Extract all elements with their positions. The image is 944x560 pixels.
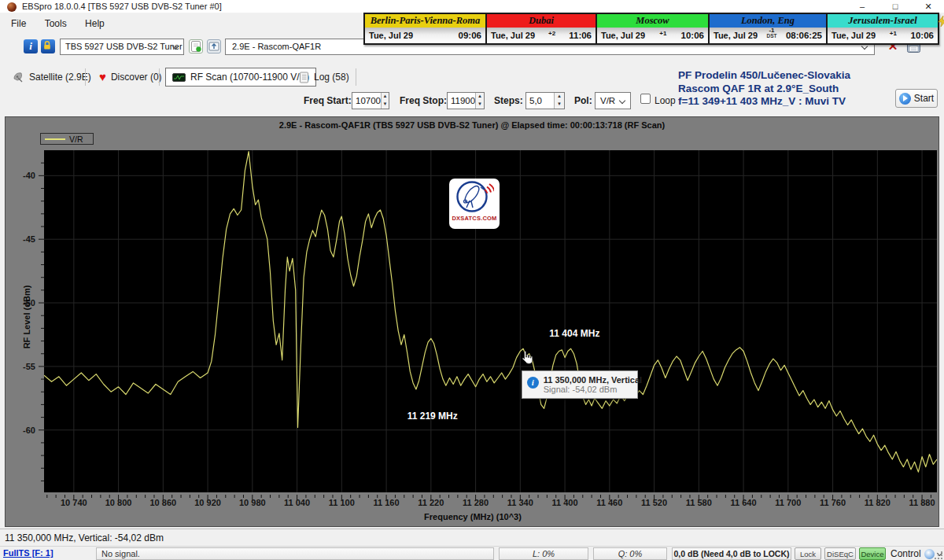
clock-time: 11:06 — [569, 31, 592, 40]
x-tick-label: 10 860 — [150, 498, 177, 507]
clock-date: Tue, Jul 29 — [491, 31, 535, 40]
tab-label: RF Scan (10700-11900 V/R) — [190, 72, 309, 83]
dxsatcs-logo: DXSATCS.COM — [449, 179, 500, 229]
signal-status-field: No signal. — [96, 547, 494, 560]
chart-title: 2.9E - Rascom-QAF1R (TBS 5927 USB DVB-S2… — [6, 120, 938, 130]
legend-label: V/R — [69, 134, 83, 144]
separator — [356, 68, 356, 86]
steps-label: Steps: — [494, 95, 523, 106]
menu-help[interactable]: Help — [77, 13, 112, 32]
menu-file[interactable]: File — [3, 13, 34, 32]
y-tick-label: -55 — [23, 362, 35, 371]
add-note-icon[interactable] — [189, 39, 203, 53]
resize-grip[interactable] — [934, 551, 943, 560]
window-title: EBSpro 18.0.0.4 [TBS 5927 USB DVB-S2 Tun… — [22, 2, 222, 11]
pol-label: Pol: — [574, 95, 592, 106]
separator — [159, 68, 160, 86]
clock-date: Tue, Jul 29 — [832, 31, 876, 40]
info-icon[interactable]: i — [24, 39, 38, 53]
spinner-buttons[interactable]: ▲▼ — [475, 93, 484, 109]
device-button[interactable]: Device — [859, 547, 886, 560]
rf-scan-chart: 2.9E - Rascom-QAF1R (TBS 5927 USB DVB-S2… — [5, 116, 939, 527]
x-axis-labels: 10 74010 80010 86010 92010 98011 04011 1… — [6, 498, 940, 509]
loop-label: Loop — [655, 95, 676, 106]
x-tick-label: 11 280 — [463, 498, 489, 507]
import-icon[interactable] — [207, 39, 221, 53]
tuner-select[interactable]: TBS 5927 USB DVB-S2 Tuner — [60, 39, 184, 55]
tab-label: Discover (0) — [111, 72, 162, 83]
cursor-readout: 11 350,000 MHz, Vertical: -54,02 dBm — [5, 532, 164, 543]
clock-time: 10:06 — [681, 31, 704, 40]
rf-scan-icon — [172, 73, 186, 82]
heart-icon: ♥ — [99, 72, 106, 83]
chart-legend: V/R — [40, 133, 94, 145]
steps-input[interactable]: 5,0 ▲▼ — [525, 92, 565, 109]
snr-field: 0,0 dB (Need 4,0 dB to LOCK) — [672, 547, 791, 560]
x-tick-label: 10 800 — [105, 498, 132, 507]
fullts-link[interactable]: FullTS [F: 1] — [3, 548, 53, 558]
x-tick-label: 10 980 — [239, 498, 266, 507]
tab-satellite[interactable]: Satellite (2.9E) — [6, 68, 98, 87]
x-tick-label: 11 820 — [865, 498, 891, 507]
y-axis-ticks — [38, 150, 44, 492]
freq-start-label: Freq Start: — [304, 95, 352, 106]
close-button[interactable]: ✕ — [913, 0, 944, 13]
satellite-dish-icon — [13, 72, 24, 83]
clock-time: 09:06 — [459, 31, 481, 40]
lock-button[interactable]: Lock — [795, 547, 821, 560]
status-line: 11 350,000 MHz, Vertical: -54,02 dBm — [0, 529, 944, 546]
freq-stop-input[interactable]: 11900 ▲▼ — [447, 92, 485, 109]
tab-label: Satellite (2.9E) — [29, 72, 91, 83]
chevron-down-icon — [619, 98, 625, 104]
app-icon — [7, 2, 17, 12]
x-tick-label: 11 640 — [731, 498, 757, 507]
x-tick-label: 11 460 — [596, 498, 622, 507]
x-tick-label: 11 880 — [909, 498, 935, 507]
pol-select[interactable]: V/R — [595, 92, 631, 109]
x-tick-label: 11 100 — [329, 498, 355, 507]
clock-city-label: Dubai — [529, 15, 554, 26]
maximize-button[interactable]: □ — [879, 0, 911, 13]
x-axis-title: Frequency (MHz) (10^3) — [6, 512, 940, 521]
legend-swatch — [45, 138, 65, 140]
clock-dubai: Dubai Tue, Jul 29 +2 11:06 — [487, 14, 597, 43]
antenna-info-panel: PF Prodelin 450/Lučenec-Slovakia Rascom … — [678, 69, 906, 109]
x-tick-label: 11 700 — [775, 498, 801, 507]
x-tick-label: 11 340 — [507, 498, 533, 507]
y-axis-title: RF Level (dBm) — [22, 274, 31, 360]
clock-city-label: London, Eng — [741, 15, 795, 26]
freq-start-input[interactable]: 10700 ▲▼ — [352, 92, 389, 109]
loop-checkbox[interactable] — [640, 94, 651, 104]
diseqc-button[interactable]: DiSEqC — [824, 547, 856, 560]
info-line-3: f=11 349+11 403 MHz_V : Muvi TV — [678, 95, 906, 109]
world-clocks-panel: Berlin-Paris-Vienna-Roma Tue, Jul 29 09:… — [363, 13, 939, 45]
tab-label: Log (58) — [314, 72, 349, 83]
lock-icon[interactable] — [41, 39, 55, 53]
menu-tools[interactable]: Tools — [37, 13, 75, 32]
quality-field: Q: 0% — [593, 547, 667, 560]
clock-berlin: Berlin-Paris-Vienna-Roma Tue, Jul 29 09:… — [365, 14, 487, 43]
y-tick-label: -45 — [23, 234, 35, 244]
logo-text: DXSATCS.COM — [452, 215, 496, 222]
clock-london: London, Eng Tue, Jul 29 -1DST 08:06:25 — [710, 14, 828, 43]
clock-city-label: Jerusalem-Israel — [848, 15, 917, 26]
separator — [85, 68, 86, 86]
tuner-select-value: TBS 5927 USB DVB-S2 Tuner — [65, 42, 183, 51]
minimize-button[interactable]: – — [846, 0, 878, 13]
clock-date: Tue, Jul 29 — [714, 31, 758, 40]
spinner-buttons[interactable]: ▲▼ — [381, 93, 389, 109]
spinner-buttons[interactable]: ▲▼ — [554, 93, 564, 109]
clock-jerusalem: Jerusalem-Israel Tue, Jul 29 +1 10:06 — [828, 14, 938, 43]
freq-stop-label: Freq Stop: — [400, 95, 447, 106]
y-tick-label: -60 — [23, 426, 35, 435]
info-line-2: Rascom QAF 1R at 2.9°E_South — [678, 83, 906, 96]
level-field: L: 0% — [499, 547, 588, 560]
x-tick-label: 10 740 — [61, 498, 87, 507]
transponder-combo-value: 2.9E - Rascom-QAF1R — [232, 42, 321, 51]
tab-log[interactable]: Log (58) — [293, 68, 356, 87]
log-icon — [299, 72, 309, 83]
start-button-label: Start — [914, 93, 934, 104]
y-tick-label: -40 — [23, 171, 35, 180]
tab-discover[interactable]: ♥ Discover (0) — [93, 68, 168, 87]
x-tick-label: 11 400 — [552, 498, 578, 507]
